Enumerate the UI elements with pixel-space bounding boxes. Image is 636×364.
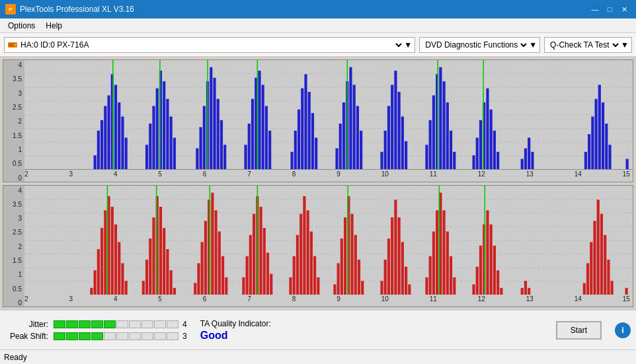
jitter-bar-8 <box>141 320 153 328</box>
svg-rect-100 <box>528 137 530 169</box>
svg-rect-166 <box>293 256 296 295</box>
test-selector[interactable]: Q-Check TA Test ▼ <box>544 37 632 53</box>
jitter-bar-1 <box>54 320 65 328</box>
svg-rect-91 <box>479 120 482 170</box>
peak-bar-5 <box>104 332 116 340</box>
menu-options[interactable]: Options <box>3 20 40 32</box>
svg-rect-201 <box>453 277 456 295</box>
svg-rect-225 <box>625 287 628 295</box>
svg-rect-182 <box>361 281 364 295</box>
svg-rect-220 <box>597 200 600 295</box>
svg-rect-192 <box>408 284 411 295</box>
svg-rect-67 <box>353 85 356 169</box>
svg-rect-99 <box>524 148 527 169</box>
svg-rect-23 <box>125 137 128 169</box>
svg-rect-138 <box>159 207 162 295</box>
svg-rect-69 <box>360 131 362 170</box>
bottom-chart-x-labels: 2 3 4 5 6 7 8 9 10 11 12 13 14 15 <box>24 295 633 307</box>
jitter-bar-10 <box>167 320 179 328</box>
top-chart-x-labels: 2 3 4 5 6 7 8 9 10 11 12 13 14 15 <box>24 170 633 182</box>
svg-rect-223 <box>607 260 610 295</box>
svg-rect-31 <box>166 99 169 170</box>
svg-rect-110 <box>626 159 629 169</box>
svg-rect-136 <box>152 217 155 295</box>
peak-bar-10 <box>167 332 179 340</box>
svg-rect-78 <box>405 141 407 170</box>
minimize-button[interactable]: — <box>588 3 602 16</box>
start-button[interactable]: Start <box>556 321 602 340</box>
svg-rect-155 <box>242 277 245 295</box>
svg-rect-213 <box>521 287 524 295</box>
svg-rect-160 <box>259 207 262 295</box>
close-button[interactable]: ✕ <box>617 3 631 16</box>
svg-rect-20 <box>114 85 117 169</box>
svg-rect-42 <box>220 120 223 170</box>
svg-rect-211 <box>500 287 502 295</box>
app-title: PlexTools Professional XL V3.16 <box>20 5 134 14</box>
jitter-bar-7 <box>129 320 141 328</box>
peak-bar-9 <box>154 332 166 340</box>
svg-rect-170 <box>307 210 309 295</box>
svg-rect-46 <box>248 124 251 169</box>
svg-rect-27 <box>152 106 155 169</box>
svg-rect-131 <box>125 281 128 295</box>
function-dropdown[interactable]: DVD Diagnostic Functions <box>422 40 529 50</box>
svg-rect-75 <box>394 71 397 169</box>
jitter-bar-3 <box>79 320 91 328</box>
top-chart: 4 3.5 3 2.5 2 1.5 1 0.5 0 <box>3 59 633 182</box>
svg-rect-45 <box>244 145 247 169</box>
top-chart-y-labels: 4 3.5 3 2.5 2 1.5 1 0.5 0 <box>3 60 24 182</box>
peak-shift-row: Peak Shift: 3 <box>5 332 187 341</box>
svg-rect-177 <box>344 217 346 295</box>
peak-bar-3 <box>79 332 91 340</box>
maximize-button[interactable]: □ <box>603 3 616 16</box>
svg-rect-165 <box>289 277 292 295</box>
info-button[interactable]: i <box>615 322 631 338</box>
svg-rect-142 <box>173 287 176 295</box>
svg-rect-33 <box>173 137 176 169</box>
svg-rect-79 <box>425 145 428 169</box>
svg-rect-205 <box>479 245 482 295</box>
menubar: Options Help <box>0 18 636 33</box>
svg-rect-176 <box>340 238 343 295</box>
metrics-section: Jitter: 4 Peak Shift: <box>5 320 187 341</box>
svg-rect-174 <box>333 284 336 295</box>
svg-rect-207 <box>486 210 489 295</box>
svg-rect-191 <box>405 266 407 295</box>
svg-rect-219 <box>593 221 596 295</box>
svg-rect-107 <box>602 102 604 169</box>
svg-rect-194 <box>429 256 432 295</box>
bottom-chart: 4 3.5 3 2.5 2 1.5 1 0.5 0 <box>3 185 633 308</box>
svg-rect-73 <box>387 106 390 169</box>
svg-rect-95 <box>493 131 496 170</box>
svg-rect-35 <box>196 148 198 169</box>
drive-selector[interactable]: HA:0 ID:0 PX-716A ▼ <box>4 37 415 53</box>
svg-rect-199 <box>446 231 449 295</box>
svg-rect-123 <box>97 249 100 295</box>
menu-help[interactable]: Help <box>40 20 67 32</box>
svg-rect-193 <box>425 277 428 295</box>
svg-rect-149 <box>211 192 214 295</box>
svg-rect-195 <box>432 231 435 295</box>
svg-rect-54 <box>291 152 294 170</box>
svg-rect-215 <box>528 287 530 295</box>
svg-rect-103 <box>588 134 590 169</box>
svg-rect-162 <box>266 252 269 295</box>
svg-rect-50 <box>262 85 264 169</box>
svg-rect-43 <box>223 145 226 169</box>
bottom-chart-y-labels: 4 3.5 3 2.5 2 1.5 1 0.5 0 <box>3 186 24 307</box>
svg-rect-172 <box>313 256 316 295</box>
svg-rect-26 <box>149 124 151 169</box>
ta-quality-section: TA Quality Indicator: Good <box>200 319 271 342</box>
function-selector[interactable]: DVD Diagnostic Functions ▼ <box>419 37 540 53</box>
svg-rect-139 <box>163 228 165 295</box>
svg-rect-77 <box>401 116 404 169</box>
peak-shift-value: 3 <box>182 332 187 341</box>
svg-rect-179 <box>350 213 353 295</box>
test-dropdown[interactable]: Q-Check TA Test <box>547 40 621 50</box>
svg-rect-39 <box>210 67 212 170</box>
svg-rect-221 <box>600 213 603 295</box>
peak-bar-2 <box>66 332 78 340</box>
drive-dropdown[interactable]: HA:0 ID:0 PX-716A <box>18 40 404 50</box>
svg-rect-167 <box>296 235 299 295</box>
